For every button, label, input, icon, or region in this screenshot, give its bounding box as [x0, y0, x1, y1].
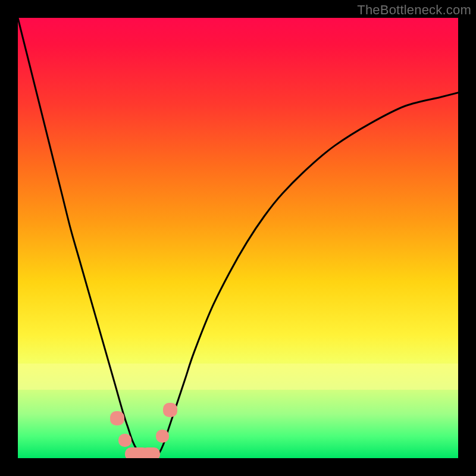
curve-marker	[163, 403, 177, 417]
marker-layer	[18, 18, 458, 458]
curve-marker	[118, 434, 131, 447]
chart-frame: TheBottleneck.com	[0, 0, 476, 476]
watermark-text: TheBottleneck.com	[357, 2, 471, 18]
curve-marker	[110, 411, 124, 425]
curve-marker	[156, 430, 169, 443]
plot-area	[18, 18, 458, 458]
curve-marker	[141, 447, 160, 458]
